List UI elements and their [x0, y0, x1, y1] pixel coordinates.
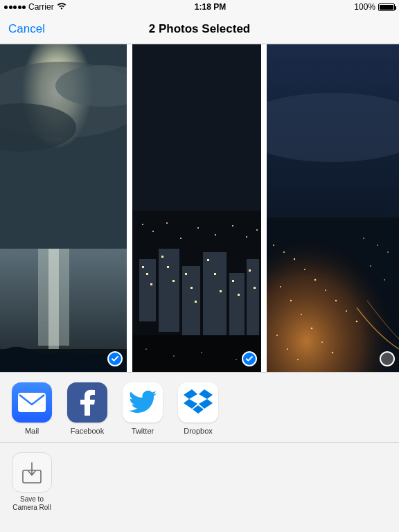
svg-point-63	[301, 314, 302, 315]
svg-point-18	[232, 225, 233, 227]
svg-point-49	[267, 93, 399, 162]
svg-rect-25	[229, 273, 245, 335]
share-sheet: Mail Facebook Twitter Dropbox Save	[0, 372, 399, 532]
svg-point-60	[356, 321, 358, 323]
svg-point-16	[197, 227, 199, 229]
svg-point-17	[215, 234, 216, 236]
svg-rect-37	[214, 273, 216, 275]
svg-point-54	[294, 258, 295, 260]
svg-point-20	[256, 229, 258, 231]
svg-rect-35	[195, 301, 197, 303]
share-app-label: Twitter	[122, 427, 163, 435]
svg-rect-41	[249, 269, 251, 272]
svg-rect-29	[150, 283, 152, 285]
svg-rect-43	[132, 335, 261, 372]
svg-rect-22	[159, 249, 179, 332]
svg-rect-32	[172, 280, 175, 282]
svg-point-44	[145, 348, 147, 350]
wifi-icon	[57, 2, 66, 12]
svg-point-52	[273, 245, 274, 246]
svg-point-13	[152, 231, 154, 232]
svg-point-14	[166, 222, 168, 224]
svg-rect-7	[48, 249, 59, 360]
svg-rect-33	[185, 273, 187, 275]
svg-rect-38	[220, 290, 222, 292]
share-app-facebook[interactable]: Facebook	[66, 382, 108, 435]
svg-rect-42	[254, 287, 256, 289]
battery-percent: 100%	[354, 2, 375, 12]
action-label: Save to Camera Roll	[11, 495, 53, 512]
share-app-dropbox[interactable]: Dropbox	[177, 382, 219, 435]
svg-point-59	[346, 310, 347, 312]
svg-point-47	[236, 359, 237, 360]
page-title: 2 Photos Selected	[149, 22, 250, 36]
svg-rect-10	[132, 44, 261, 211]
svg-rect-39	[232, 280, 234, 282]
svg-rect-31	[167, 266, 169, 268]
svg-point-53	[283, 251, 285, 253]
battery-icon	[378, 3, 395, 11]
svg-point-19	[246, 236, 247, 238]
photo-thumbnail[interactable]	[0, 44, 127, 372]
share-app-label: Facebook	[66, 427, 108, 435]
svg-point-73	[370, 265, 371, 267]
svg-point-64	[311, 328, 313, 330]
svg-point-69	[297, 359, 299, 360]
share-app-twitter[interactable]: Twitter	[122, 382, 163, 435]
svg-rect-75	[18, 393, 46, 412]
selection-check-icon[interactable]	[242, 351, 257, 366]
svg-rect-28	[146, 273, 148, 275]
svg-rect-23	[182, 266, 200, 335]
svg-rect-24	[203, 252, 227, 342]
svg-point-12	[142, 224, 143, 225]
svg-rect-51	[267, 218, 399, 372]
svg-rect-40	[238, 294, 240, 296]
dropbox-icon	[178, 382, 218, 423]
svg-point-46	[201, 352, 202, 353]
photo-thumbnail[interactable]	[132, 44, 261, 372]
svg-point-45	[173, 355, 175, 357]
svg-point-66	[332, 352, 333, 353]
action-save-camera-roll[interactable]: Save to Camera Roll	[11, 452, 53, 512]
svg-point-56	[314, 279, 317, 281]
svg-point-72	[387, 251, 389, 253]
svg-point-70	[363, 238, 364, 239]
signal-strength-icon	[4, 6, 26, 9]
svg-rect-30	[161, 256, 163, 258]
photo-scroll[interactable]	[0, 44, 399, 372]
clock: 1:18 PM	[195, 2, 226, 12]
svg-point-15	[180, 238, 181, 239]
cancel-button[interactable]: Cancel	[8, 22, 45, 36]
svg-rect-21	[139, 259, 156, 321]
svg-rect-36	[207, 259, 209, 261]
svg-point-62	[290, 300, 292, 301]
share-app-label: Mail	[11, 427, 53, 435]
svg-point-71	[377, 245, 378, 246]
status-left: Carrier	[4, 2, 66, 12]
nav-bar: Cancel 2 Photos Selected	[0, 14, 399, 44]
svg-point-67	[276, 335, 278, 336]
svg-point-58	[335, 300, 337, 301]
svg-rect-34	[190, 287, 193, 289]
svg-point-55	[304, 269, 305, 270]
svg-rect-26	[247, 259, 259, 335]
status-right: 100%	[354, 2, 395, 12]
svg-point-65	[321, 342, 323, 343]
selection-check-icon[interactable]	[380, 351, 395, 366]
mail-icon	[12, 382, 52, 423]
photo-thumbnail[interactable]	[267, 44, 399, 372]
share-actions-row: Save to Camera Roll	[0, 443, 399, 522]
share-app-label: Dropbox	[177, 427, 219, 435]
status-bar: Carrier 1:18 PM 100%	[0, 0, 399, 14]
save-icon	[12, 452, 52, 493]
share-apps-row: Mail Facebook Twitter Dropbox	[0, 372, 399, 443]
svg-rect-27	[142, 266, 144, 268]
selection-check-icon[interactable]	[107, 351, 123, 366]
twitter-icon	[123, 382, 163, 423]
facebook-icon	[67, 382, 107, 423]
svg-point-61	[280, 286, 281, 287]
share-app-mail[interactable]: Mail	[11, 382, 53, 435]
carrier-label: Carrier	[28, 2, 54, 12]
svg-point-68	[287, 348, 288, 350]
svg-point-74	[384, 279, 385, 281]
